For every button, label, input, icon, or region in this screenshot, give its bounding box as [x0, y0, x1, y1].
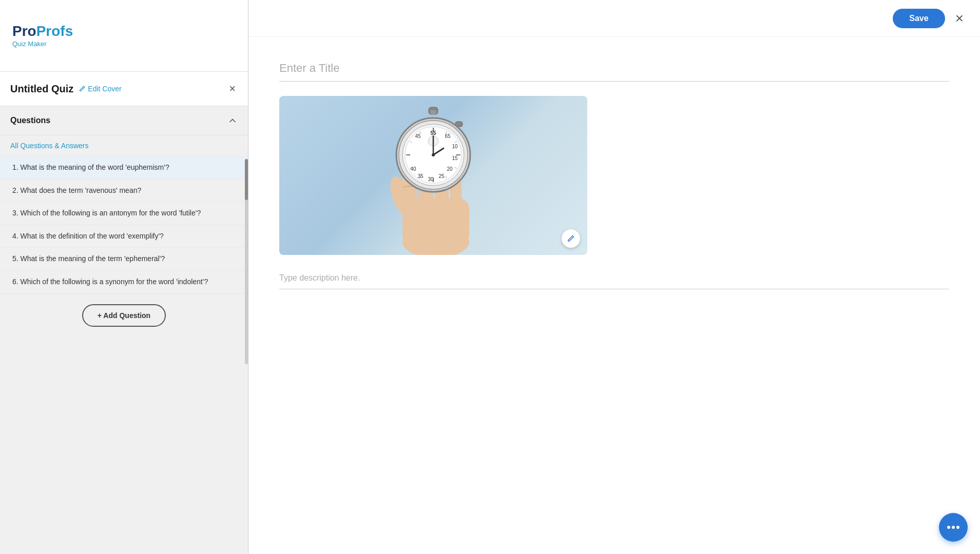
close-sidebar-button[interactable]: ×	[227, 80, 238, 97]
questions-label: Questions	[10, 116, 50, 125]
modal-content: 55 65 10 15 20 25 30 35 40 45	[248, 37, 980, 554]
logo-subtitle: Quiz Maker	[12, 40, 73, 48]
quiz-title-bar: Untitled Quiz Edit Cover ×	[0, 72, 248, 106]
logo-text: ProProfs	[12, 24, 73, 39]
svg-text:35: 35	[417, 173, 424, 179]
chat-dots	[947, 526, 959, 529]
logo-pro: Pro	[12, 23, 36, 39]
cover-image: 55 65 10 15 20 25 30 35 40 45	[279, 96, 587, 255]
question-text: Which of the following is a synonym for …	[21, 278, 208, 286]
chat-button[interactable]	[939, 513, 968, 542]
stopwatch-illustration: 55 65 10 15 20 25 30 35 40 45	[356, 96, 510, 255]
question-number: 2.	[12, 186, 21, 194]
svg-text:20: 20	[447, 166, 453, 172]
chat-dot	[947, 526, 950, 529]
close-modal-button[interactable]: ×	[953, 9, 966, 28]
modal-top-bar: Save ×	[248, 0, 980, 37]
svg-text:10: 10	[452, 144, 458, 149]
chevron-up-icon[interactable]	[227, 115, 238, 126]
svg-rect-8	[431, 110, 436, 114]
chat-dot	[956, 526, 959, 529]
questions-section: Questions All Questions & Answers 1. Wha…	[0, 106, 248, 327]
question-text: What does the term 'ravenous' mean?	[21, 186, 142, 194]
quiz-title: Untitled Quiz	[10, 83, 73, 95]
question-item[interactable]: 1. What is the meaning of the word 'euph…	[0, 156, 248, 180]
question-number: 1.	[12, 163, 21, 171]
quiz-title-content: Untitled Quiz Edit Cover	[10, 83, 122, 95]
question-item[interactable]: 6. Which of the following is a synonym f…	[0, 271, 248, 294]
question-text: Which of the following is an antonym for…	[21, 209, 201, 217]
edit-image-button[interactable]	[562, 229, 580, 248]
question-number: 6.	[12, 278, 21, 286]
logo-profs: Profs	[36, 23, 73, 39]
question-item[interactable]: 3. Which of the following is an antonym …	[0, 202, 248, 225]
svg-text:55: 55	[430, 130, 436, 136]
edit-cover-label: Edit Cover	[88, 85, 121, 93]
description-input[interactable]	[279, 269, 949, 289]
question-number: 3.	[12, 209, 21, 217]
logo: ProProfs Quiz Maker	[12, 24, 73, 48]
svg-text:40: 40	[410, 166, 416, 172]
svg-text:25: 25	[438, 173, 445, 179]
save-button[interactable]: Save	[893, 9, 945, 28]
pencil-icon	[567, 234, 575, 243]
all-questions-link[interactable]: All Questions & Answers	[0, 135, 248, 156]
question-text: What is the definition of the word 'exem…	[21, 232, 164, 240]
question-number: 4.	[12, 232, 21, 240]
question-item[interactable]: 2. What does the term 'ravenous' mean?	[0, 180, 248, 203]
scrollbar-thumb[interactable]	[245, 159, 248, 200]
edit-cover-icon	[79, 85, 86, 92]
sidebar: ProProfs Quiz Maker Untitled Quiz Edit C…	[0, 0, 248, 554]
questions-header: Questions	[0, 106, 248, 135]
svg-text:15: 15	[452, 155, 458, 161]
svg-text:45: 45	[415, 133, 421, 139]
svg-text:65: 65	[445, 133, 451, 139]
svg-text:30: 30	[428, 176, 434, 182]
cover-image-container: 55 65 10 15 20 25 30 35 40 45	[279, 96, 587, 255]
add-question-button[interactable]: + Add Question	[82, 304, 166, 327]
question-number: 5.	[12, 254, 21, 263]
question-item[interactable]: 5. What is the meaning of the term 'ephe…	[0, 248, 248, 271]
question-list: 1. What is the meaning of the word 'euph…	[0, 156, 248, 294]
chat-dot	[952, 526, 955, 529]
edit-cover-link[interactable]: Edit Cover	[79, 85, 121, 93]
question-text: What is the meaning of the term 'ephemer…	[21, 254, 165, 263]
main-panel: Save ×	[248, 0, 980, 554]
question-item[interactable]: 4. What is the definition of the word 'e…	[0, 225, 248, 248]
sidebar-scrollbar[interactable]	[245, 159, 248, 364]
title-input[interactable]	[279, 57, 949, 82]
sidebar-header: ProProfs Quiz Maker	[0, 0, 248, 72]
question-text: What is the meaning of the word 'euphemi…	[21, 163, 169, 171]
